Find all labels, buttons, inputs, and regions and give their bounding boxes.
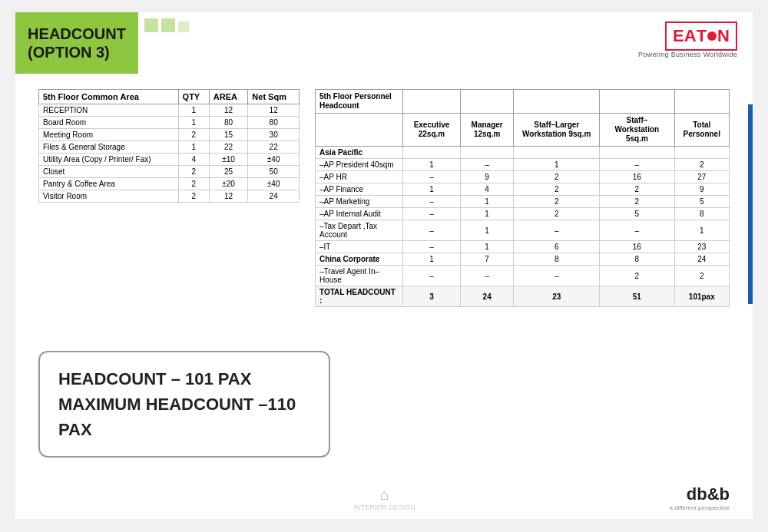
left-row-name: Utility Area (Copy / Printer/ Fax) — [39, 154, 179, 166]
left-row-name: Pantry & Coffee Area — [39, 178, 179, 190]
right-table-header-mgr: Manager 12sq.m — [460, 114, 513, 147]
eaton-circle-icon — [707, 31, 717, 41]
right-row-group: –AP HR — [316, 171, 403, 183]
right-row-staff-lg: – — [514, 266, 600, 286]
left-row-net: 24 — [248, 190, 300, 203]
right-row-mgr: – — [460, 266, 513, 286]
left-table-header-net: Net Sqm — [248, 90, 300, 104]
left-table-row: Pantry & Coffee Area 2 ±20 ±40 — [39, 178, 300, 190]
left-row-qty: 4 — [178, 154, 209, 166]
right-table-col-total — [674, 90, 729, 114]
right-row-group: –IT — [316, 241, 403, 253]
right-row-total: 8 — [674, 208, 729, 220]
left-row-qty: 2 — [178, 129, 209, 141]
left-row-net: 80 — [248, 117, 300, 129]
right-row-exec: – — [403, 266, 461, 286]
right-row-staff-lg: 6 — [514, 241, 600, 253]
page: HEADCOUNT (OPTION 3) E A T N Powering Bu… — [15, 12, 753, 519]
right-table-header-staff-lg: Staff–Larger Workstation 9sq.m — [514, 114, 600, 147]
right-row-group: –AP Finance — [316, 183, 403, 196]
left-table-row: Meeting Room 2 15 30 — [39, 129, 300, 141]
right-row-total: 5 — [674, 196, 729, 208]
right-table-row: China Corporate 1 7 8 8 24 — [316, 253, 730, 266]
left-row-area: ±10 — [209, 154, 248, 166]
right-table-row: –AP President 40sqm 1 – 1 – 2 — [316, 159, 730, 171]
left-table-row: Visitor Room 2 12 24 — [39, 190, 300, 203]
total-total: 101pax — [674, 286, 729, 307]
right-row-staff-lg: 2 — [514, 171, 600, 183]
dbb-tagline: a different perspective — [669, 504, 730, 511]
right-table: 5th Floor Personnel Headcount Executive … — [315, 89, 730, 307]
green-square-1 — [144, 18, 158, 32]
left-row-area: ±20 — [209, 178, 248, 190]
right-row-staff: – — [600, 159, 674, 171]
right-table-total-row: TOTAL HEADCOUNT : 3 24 23 51 101pax — [316, 286, 730, 307]
right-row-group: China Corporate — [316, 253, 403, 266]
right-row-group: –AP President 40sqm — [316, 159, 403, 171]
total-exec: 3 — [403, 286, 461, 307]
right-table-wrap: 5th Floor Personnel Headcount Executive … — [315, 89, 730, 307]
right-row-staff: – — [600, 220, 674, 241]
left-row-area: 80 — [209, 117, 248, 129]
decorative-squares — [144, 18, 189, 32]
right-table-header-group — [316, 114, 403, 147]
blue-accent — [748, 104, 753, 304]
left-row-net: 30 — [248, 129, 300, 141]
right-table-row: –AP Finance 1 4 2 2 9 — [316, 183, 730, 196]
right-table-col-staff — [600, 90, 674, 114]
summary-line-1: HEADCOUNT – 101 PAX — [58, 366, 310, 392]
right-table-row: –IT – 1 6 16 23 — [316, 241, 730, 253]
right-row-mgr: 1 — [460, 220, 513, 241]
left-row-name: Meeting Room — [39, 129, 179, 141]
right-row-staff-lg: – — [514, 220, 600, 241]
right-row-staff-lg: 2 — [514, 196, 600, 208]
right-row-mgr — [460, 147, 513, 159]
eaton-letter-e: E — [673, 26, 684, 46]
left-row-qty: 2 — [178, 190, 209, 203]
right-row-mgr: 1 — [460, 241, 513, 253]
green-square-3 — [178, 21, 189, 32]
right-row-exec: – — [403, 220, 461, 241]
right-row-staff-lg — [514, 147, 600, 159]
right-table-header-total: Total Personnel — [674, 114, 729, 147]
right-row-total: 27 — [674, 171, 729, 183]
right-row-staff: 2 — [600, 266, 674, 286]
right-table-header-staff: Staff– Workstation 5sq.m — [600, 114, 674, 147]
right-row-staff-lg: 2 — [514, 183, 600, 196]
right-table-row: –Travel Agent In–House – – – 2 2 — [316, 266, 730, 286]
left-row-net: ±40 — [248, 178, 300, 190]
right-row-exec: – — [403, 171, 461, 183]
summary-line-2: MAXIMUM HEADCOUNT –110 PAX — [58, 392, 310, 442]
right-row-exec: – — [403, 241, 461, 253]
right-row-total: 9 — [674, 183, 729, 196]
footer-center: ⌂ INTERIOR DESIGN — [100, 486, 669, 511]
left-table-row: Closet 2 25 50 — [39, 166, 300, 178]
right-table-col-staff-lg — [514, 90, 600, 114]
right-table-row: –AP Internal Audit – 1 2 5 8 — [316, 208, 730, 220]
right-table-row: –AP HR – 9 2 16 27 — [316, 171, 730, 183]
right-row-group: –AP Internal Audit — [316, 208, 403, 220]
interior-logo-label: INTERIOR DESIGN — [100, 504, 669, 511]
right-row-mgr: 1 — [460, 208, 513, 220]
footer-right: db&b a different perspective — [669, 484, 730, 511]
right-row-staff-lg: 2 — [514, 208, 600, 220]
left-row-net: 50 — [248, 166, 300, 178]
header-title: HEADCOUNT (OPTION 3) — [28, 25, 126, 61]
right-row-total: 1 — [674, 220, 729, 241]
eaton-letter-a: A — [684, 26, 697, 46]
left-row-area: 15 — [209, 129, 248, 141]
eaton-tagline: Powering Business Worldwide — [638, 51, 737, 58]
right-row-staff-lg: 1 — [514, 159, 600, 171]
dbb-logo: db&b — [669, 484, 730, 504]
right-table-row: –Tax Depart ,Tax Account – 1 – – 1 — [316, 220, 730, 241]
left-table-header-name: 5th Floor Common Area — [39, 90, 179, 104]
total-label: TOTAL HEADCOUNT : — [316, 286, 403, 307]
right-row-exec: – — [403, 208, 461, 220]
right-row-staff: 2 — [600, 183, 674, 196]
left-row-qty: 1 — [178, 141, 209, 154]
left-row-net: ±40 — [248, 154, 300, 166]
left-row-name: Visitor Room — [39, 190, 179, 203]
left-row-area: 22 — [209, 141, 248, 154]
right-table-row: –AP Marketing – 1 2 2 5 — [316, 196, 730, 208]
right-row-staff: 16 — [600, 241, 674, 253]
